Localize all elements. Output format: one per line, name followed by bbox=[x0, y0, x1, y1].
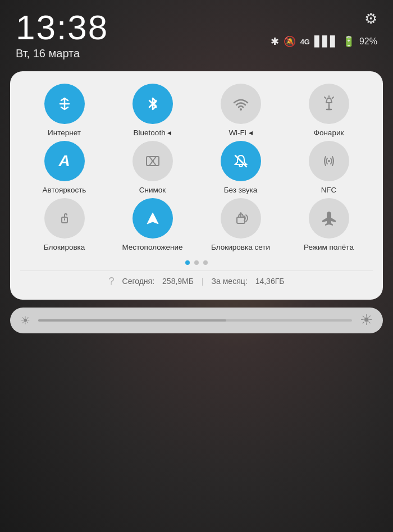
pagination-dot-1[interactable] bbox=[185, 260, 190, 265]
lock-data-label: Блокировка сети bbox=[211, 243, 270, 252]
airplane-label: Режим полёта bbox=[304, 243, 354, 252]
brightness-bar[interactable]: ☀ ☀ bbox=[10, 308, 383, 333]
pagination-dots bbox=[20, 260, 373, 265]
qs-item-flashlight[interactable]: Фонарик bbox=[285, 84, 373, 137]
bluetooth-button[interactable] bbox=[132, 84, 173, 124]
qs-item-screenshot[interactable]: Снимок bbox=[108, 141, 196, 195]
signal-4g-icon: 4G bbox=[300, 38, 310, 46]
brightness-track[interactable] bbox=[38, 319, 352, 322]
qs-row-2: A Автояркость Снимок bbox=[20, 141, 373, 195]
lock-data-button[interactable] bbox=[221, 198, 261, 239]
qs-item-location[interactable]: Местоположение bbox=[108, 198, 196, 252]
vibrate-status-icon: 🔕 bbox=[284, 35, 296, 48]
pagination-dot-2[interactable] bbox=[194, 260, 199, 265]
data-usage-bar: ? Сегодня: 258,9МБ | За месяц: 14,36ГБ bbox=[20, 270, 373, 290]
qs-row-1: Интернет Bluetooth ◂ Wi-Fi ◂ bbox=[20, 84, 373, 137]
battery-icon: 🔋 bbox=[342, 35, 355, 48]
bluetooth-status-icon: ✱ bbox=[271, 35, 279, 48]
autobright-button[interactable]: A bbox=[44, 141, 85, 181]
internet-label: Интернет bbox=[48, 129, 81, 137]
qs-item-lock-rotation[interactable]: Блокировка bbox=[20, 198, 108, 252]
qs-item-nfc[interactable]: NFC bbox=[285, 141, 373, 195]
brightness-low-icon: ☀ bbox=[20, 314, 30, 327]
signal-bars-icon: ▋▋▋ bbox=[314, 35, 338, 48]
qs-item-wifi[interactable]: Wi-Fi ◂ bbox=[196, 84, 285, 137]
qs-item-airplane[interactable]: Режим полёта bbox=[285, 198, 373, 252]
wifi-button[interactable] bbox=[221, 84, 261, 124]
qs-item-bluetooth[interactable]: Bluetooth ◂ bbox=[108, 84, 196, 137]
lock-rotation-button[interactable] bbox=[44, 198, 85, 239]
brightness-high-icon: ☀ bbox=[360, 311, 373, 329]
silent-button[interactable] bbox=[221, 141, 261, 181]
qs-item-lock-data[interactable]: Блокировка сети bbox=[196, 198, 285, 252]
quick-settings-panel: Интернет Bluetooth ◂ Wi-Fi ◂ bbox=[10, 71, 383, 300]
location-label: Местоположение bbox=[122, 243, 182, 252]
today-label: Сегодня: bbox=[122, 277, 155, 286]
month-label: За месяц: bbox=[212, 277, 248, 286]
settings-icon[interactable]: ⚙ bbox=[364, 10, 377, 27]
flashlight-label: Фонарик bbox=[314, 129, 344, 137]
qs-item-internet[interactable]: Интернет bbox=[20, 84, 108, 137]
screenshot-button[interactable] bbox=[132, 141, 173, 181]
qs-row-3: Блокировка Местоположение Блокировка bbox=[20, 198, 373, 252]
status-icons: ✱ 🔕 4G ▋▋▋ 🔋 92% bbox=[271, 31, 377, 48]
screenshot-label: Снимок bbox=[139, 186, 166, 195]
nfc-button[interactable] bbox=[309, 141, 349, 181]
svg-rect-9 bbox=[237, 217, 245, 223]
data-separator: | bbox=[202, 277, 204, 286]
svg-point-4 bbox=[152, 160, 154, 162]
internet-button[interactable] bbox=[44, 84, 85, 124]
bluetooth-label: Bluetooth ◂ bbox=[134, 129, 172, 137]
silent-label: Без звука bbox=[224, 186, 258, 195]
qs-item-autobright[interactable]: A Автояркость bbox=[20, 141, 108, 195]
lock-rotation-label: Блокировка bbox=[44, 243, 85, 252]
brightness-fill bbox=[38, 319, 226, 322]
svg-point-6 bbox=[328, 160, 330, 162]
data-usage-icon: ? bbox=[109, 276, 115, 287]
time-block: 13:38 Вт, 16 марта bbox=[16, 10, 108, 60]
pagination-dot-3[interactable] bbox=[203, 260, 208, 265]
flashlight-button[interactable] bbox=[309, 84, 349, 124]
airplane-button[interactable] bbox=[309, 198, 349, 239]
svg-point-0 bbox=[240, 108, 242, 111]
date: Вт, 16 марта bbox=[16, 47, 108, 60]
location-button[interactable] bbox=[132, 198, 173, 239]
status-bar: 13:38 Вт, 16 марта ⚙ ✱ 🔕 4G ▋▋▋ 🔋 92% bbox=[0, 0, 393, 66]
wifi-label: Wi-Fi ◂ bbox=[229, 129, 252, 137]
autobright-label: Автояркость bbox=[43, 186, 86, 195]
qs-item-silent[interactable]: Без звука bbox=[196, 141, 285, 195]
month-value: 14,36ГБ bbox=[255, 277, 285, 286]
battery-level: 92% bbox=[359, 36, 377, 47]
clock: 13:38 bbox=[16, 10, 108, 45]
nfc-label: NFC bbox=[321, 186, 337, 195]
today-value: 258,9МБ bbox=[162, 277, 194, 286]
